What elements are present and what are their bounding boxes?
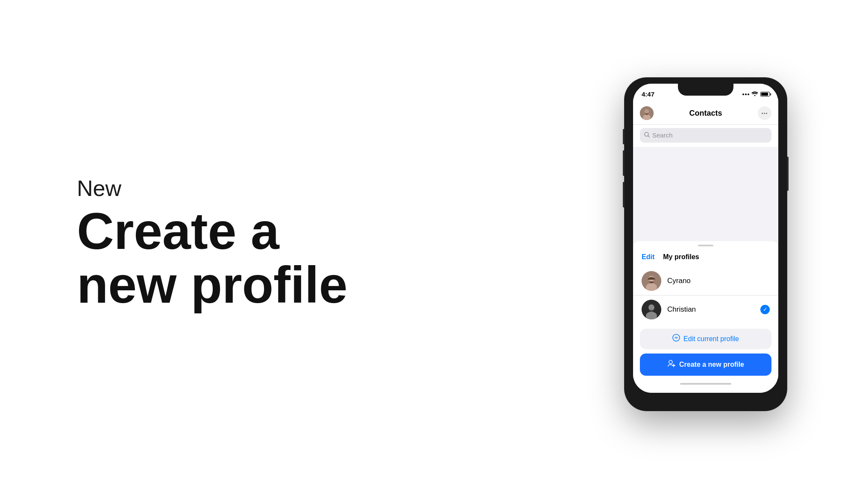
profile-item-christian[interactable]: Christian ✓ <box>633 295 778 324</box>
profile-item-cyrano[interactable]: Cyrano <box>633 267 778 295</box>
tab-my-profiles[interactable]: My profiles <box>663 253 699 261</box>
edit-current-label: Edit current profile <box>683 335 739 343</box>
edit-icon <box>672 334 680 344</box>
action-buttons: Edit current profile <box>633 324 778 379</box>
svg-point-13 <box>676 338 677 339</box>
more-dots-icon <box>762 113 767 114</box>
christian-name: Christian <box>667 305 754 314</box>
wifi-icon <box>751 91 758 97</box>
headline-line2: new profile <box>77 258 595 312</box>
right-section: 4:47 <box>595 78 817 411</box>
sheet-handle <box>698 245 713 246</box>
headline-line1: Create a <box>77 204 595 258</box>
volume-up-button[interactable] <box>623 150 625 176</box>
tab-edit[interactable]: Edit <box>642 253 654 261</box>
header-bar: Contacts <box>633 102 778 125</box>
selected-checkmark-icon: ✓ <box>760 305 770 314</box>
svg-point-10 <box>648 304 654 310</box>
more-options-button[interactable] <box>758 106 771 120</box>
create-new-profile-button[interactable]: Create a new profile <box>640 354 771 376</box>
svg-point-14 <box>669 360 672 364</box>
bottom-sheet: Edit My profiles <box>633 241 778 393</box>
user-avatar <box>640 106 654 120</box>
status-time: 4:47 <box>642 91 654 98</box>
christian-avatar <box>642 300 661 319</box>
add-profile-icon <box>667 359 676 370</box>
search-icon <box>644 132 650 139</box>
christian-avatar-image <box>642 300 661 319</box>
signal-icon <box>742 94 749 95</box>
battery-icon <box>760 92 770 96</box>
volume-down-button[interactable] <box>623 182 625 207</box>
svg-point-3 <box>645 110 648 113</box>
edit-current-profile-button[interactable]: Edit current profile <box>640 329 771 349</box>
search-input-wrap[interactable]: Search <box>640 128 771 143</box>
power-button[interactable] <box>787 157 789 191</box>
contacts-title: Contacts <box>689 109 722 118</box>
phone-shell: 4:47 <box>625 78 787 411</box>
profiles-header: Edit My profiles <box>633 251 778 267</box>
create-new-label: Create a new profile <box>679 361 744 368</box>
headline: Create a new profile <box>77 204 595 312</box>
search-bar: Search <box>633 125 778 147</box>
left-section: New Create a new profile <box>0 176 595 312</box>
avatar[interactable] <box>640 106 654 120</box>
cyrano-name: Cyrano <box>667 277 770 285</box>
main-content: Edit My profiles <box>633 147 778 393</box>
svg-line-5 <box>648 136 649 137</box>
notch <box>678 84 733 96</box>
search-placeholder: Search <box>652 131 673 139</box>
profile-list: Cyrano <box>633 267 778 324</box>
svg-point-12 <box>673 334 680 341</box>
home-bar <box>680 383 731 385</box>
cyrano-avatar <box>642 271 661 291</box>
label-new: New <box>77 176 595 201</box>
phone-screen: 4:47 <box>633 84 778 393</box>
home-indicator <box>633 379 778 389</box>
status-icons <box>742 91 770 97</box>
cyrano-avatar-image <box>642 271 661 291</box>
